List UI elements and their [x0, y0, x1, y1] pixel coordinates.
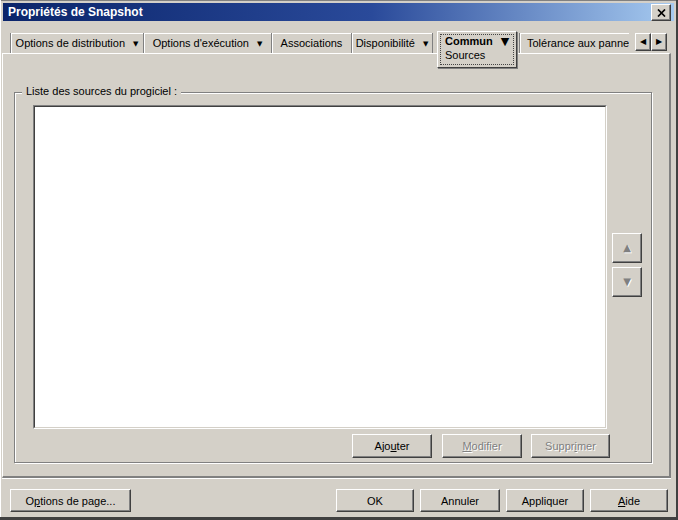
tab-associations[interactable]: Associations	[271, 33, 351, 53]
tab-options-execution[interactable]: Options d'exécution ▼	[143, 33, 271, 53]
chevron-down-icon: ▼	[257, 41, 262, 48]
apply-button[interactable]: Appliquer	[506, 489, 584, 512]
modify-button[interactable]: Modifier	[442, 434, 522, 458]
tab-tolerance-aux-pannes[interactable]: Tolérance aux panne	[519, 33, 629, 53]
tab-scroll-right-button[interactable]: ▶	[651, 33, 667, 51]
arrow-right-icon: ▶	[656, 38, 662, 46]
tab-label: Associations	[281, 37, 343, 49]
tab-label: Disponibilité	[356, 37, 415, 49]
move-up-button[interactable]: ▲	[612, 233, 642, 263]
window-title: Propriétés de Snapshot	[3, 5, 143, 19]
add-button[interactable]: Ajouter	[352, 434, 432, 458]
close-button[interactable]	[651, 4, 671, 21]
chevron-down-icon: ▼	[423, 41, 428, 48]
window-border	[0, 0, 1, 520]
page-options-button[interactable]: Options de page...	[10, 489, 131, 512]
tab-options-distribution[interactable]: Options de distribution ▼	[10, 33, 143, 53]
tab-label: Commun	[445, 35, 493, 47]
title-bar: Propriétés de Snapshot	[3, 3, 674, 21]
close-icon	[657, 9, 666, 17]
tab-disponibilite[interactable]: Disponibilité ▼	[351, 33, 433, 53]
sources-group-title: Liste des sources du progiciel :	[22, 85, 181, 97]
move-down-button[interactable]: ▼	[612, 267, 642, 297]
tab-label: Options de distribution	[16, 37, 125, 49]
chevron-down-icon: ▼	[133, 41, 138, 48]
ok-button[interactable]: OK	[336, 489, 414, 512]
arrow-up-icon: ▲	[623, 243, 631, 253]
window-border	[0, 0, 678, 1]
tab-subpage-label: Sources	[445, 49, 516, 61]
tab-label: Tolérance aux panne	[527, 37, 629, 49]
arrow-left-icon: ◀	[640, 38, 646, 46]
cancel-button[interactable]: Annuler	[420, 489, 500, 512]
help-button[interactable]: Aide	[590, 489, 668, 512]
source-list-area[interactable]	[34, 106, 606, 428]
arrow-down-icon: ▼	[623, 277, 631, 287]
chevron-down-icon: ▼	[501, 36, 509, 47]
source-listbox[interactable]	[33, 105, 607, 429]
properties-dialog: Propriétés de Snapshot Options de distri…	[0, 0, 678, 520]
tab-scroll-left-button[interactable]: ◀	[635, 33, 651, 51]
tab-label: Options d'exécution	[153, 37, 249, 49]
delete-button[interactable]: Supprimer	[531, 434, 610, 458]
tab-commun-active[interactable]: Commun ▼ Sources	[437, 31, 517, 68]
